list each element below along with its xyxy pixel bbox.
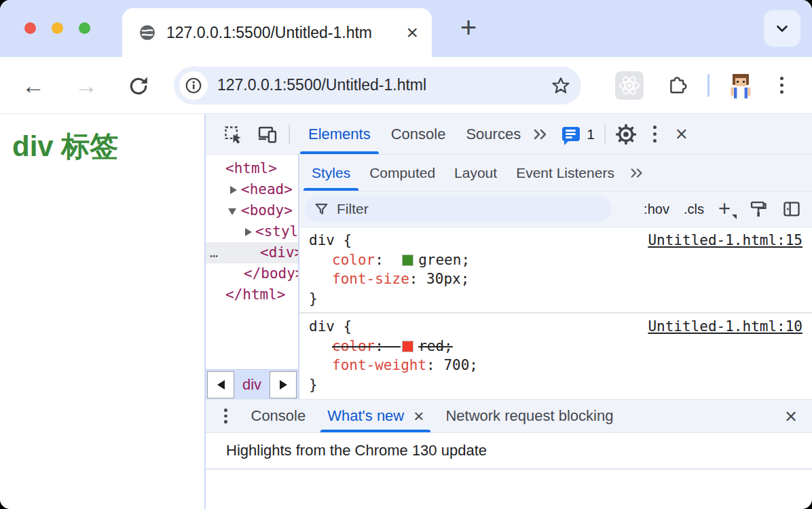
breadcrumb-scroll-right-button[interactable]: [270, 371, 297, 398]
browser-toolbar: ← → 127.0.0.1:5500/Untitled-1.html: [0, 57, 812, 114]
triangle-left-icon: [217, 380, 225, 390]
color-swatch[interactable]: [402, 254, 413, 266]
dom-node-html[interactable]: <html>: [206, 158, 298, 179]
elements-panel: <html> <head> <body> <style> …<div> </bo…: [206, 155, 812, 399]
dom-tree: <html> <head> <body> <style> …<div> </bo…: [206, 155, 298, 369]
source-link[interactable]: Untitled-1.html:10: [648, 317, 802, 337]
dom-node-div-selected[interactable]: …<div>: [206, 242, 298, 263]
more-tabs-icon[interactable]: [628, 166, 647, 181]
dom-node-html-close[interactable]: </html>: [206, 284, 298, 305]
css-declaration[interactable]: font-size: 30px;: [299, 269, 812, 289]
triangle-right-icon: [280, 380, 287, 390]
drawer-close-icon[interactable]: ×: [779, 406, 802, 427]
tab-styles[interactable]: Styles: [302, 155, 360, 191]
drawer-menu-kebab-icon[interactable]: [221, 405, 231, 427]
breadcrumb-bar: div: [206, 369, 298, 399]
source-link[interactable]: Untitled-1.html:15: [648, 231, 802, 250]
tab-elements[interactable]: Elements: [298, 114, 381, 154]
extensions-puzzle-icon[interactable]: [665, 75, 687, 96]
tab-event-listeners[interactable]: Event Listeners: [506, 155, 624, 191]
dock-sidebar-toggle-icon[interactable]: [782, 200, 801, 219]
collapse-arrow-icon[interactable]: [228, 208, 236, 215]
tab-sources[interactable]: Sources: [456, 114, 531, 154]
more-tabs-icon[interactable]: [531, 126, 551, 143]
close-window-button[interactable]: [24, 22, 36, 34]
devtools-close-icon[interactable]: ×: [670, 124, 693, 145]
page-div-text: div 标签: [12, 128, 204, 166]
css-selector[interactable]: div: [309, 232, 335, 248]
maximize-window-button[interactable]: [79, 22, 90, 34]
filter-funnel-icon: [314, 202, 329, 216]
filter-field[interactable]: [305, 196, 612, 222]
dom-node-body[interactable]: <body>: [206, 200, 298, 221]
chevron-down-icon: [774, 20, 790, 37]
close-tab-icon[interactable]: ×: [413, 406, 424, 427]
settings-gear-icon[interactable]: [615, 124, 637, 145]
tab-console[interactable]: Console: [381, 114, 456, 154]
styles-filter-row: :hov .cls +: [299, 191, 812, 227]
tab-computed[interactable]: Computed: [360, 155, 445, 191]
dom-tree-pane: <html> <head> <body> <style> …<div> </bo…: [206, 155, 299, 399]
filter-input[interactable]: [337, 201, 561, 217]
css-declaration[interactable]: font-weight: 700;: [299, 356, 812, 375]
browser-window: 127.0.0.1:5500/Untitled-1.htm × + ← → 12…: [0, 0, 812, 509]
dom-node-style[interactable]: <style>: [206, 221, 298, 242]
css-rule[interactable]: div { Untitled-1.html:15 color: green; f…: [299, 227, 812, 312]
dom-node-head[interactable]: <head>: [206, 179, 298, 200]
new-style-rule-button[interactable]: +: [718, 200, 735, 218]
dom-node-body-close[interactable]: </body>: [206, 263, 298, 284]
rendering-brush-icon[interactable]: [749, 200, 768, 219]
whats-new-heading[interactable]: Highlights from the Chrome 130 update: [226, 442, 487, 459]
toolbar-separator: [707, 74, 709, 97]
tab-title: 127.0.0.1:5500/Untitled-1.htm: [166, 22, 402, 43]
class-toggle[interactable]: .cls: [684, 202, 704, 217]
inspect-element-icon[interactable]: [223, 125, 242, 144]
whats-new-heading-row: Highlights from the Chrome 130 update: [206, 433, 812, 470]
css-rule[interactable]: div { Untitled-1.html:10 color: red; fon…: [299, 312, 812, 398]
color-swatch[interactable]: [402, 341, 413, 352]
css-declaration-overridden[interactable]: color: red;: [299, 337, 812, 356]
css-selector[interactable]: div: [309, 318, 335, 335]
breadcrumb-item-div[interactable]: div: [242, 376, 261, 394]
forward-button[interactable]: →: [75, 74, 98, 97]
reload-button[interactable]: [128, 75, 149, 96]
issues-bubble-icon: [562, 127, 580, 141]
tab-layout[interactable]: Layout: [445, 155, 506, 191]
new-tab-button[interactable]: +: [454, 12, 483, 45]
css-declaration[interactable]: color: green;: [299, 250, 812, 270]
tab-strip: 127.0.0.1:5500/Untitled-1.htm × +: [0, 0, 812, 57]
browser-tab[interactable]: 127.0.0.1:5500/Untitled-1.htm ×: [122, 8, 432, 57]
pseudo-state-toggle[interactable]: :hov: [644, 202, 669, 217]
bookmark-star-icon[interactable]: [551, 76, 570, 95]
node-menu-dots-icon[interactable]: …: [210, 242, 219, 263]
css-rules-list: div { Untitled-1.html:15 color: green; f…: [299, 227, 812, 399]
drawer-tab-whats-new[interactable]: What's new ×: [316, 400, 435, 432]
tab-search-button[interactable]: [764, 10, 800, 47]
styles-sidebar: Styles Computed Layout Event Listeners: [299, 155, 812, 399]
browser-menu-kebab-icon[interactable]: [776, 73, 788, 98]
drawer-tab-network-request-blocking[interactable]: Network request blocking: [435, 400, 624, 432]
back-button[interactable]: ←: [22, 74, 45, 97]
breadcrumb-scroll-left-button[interactable]: [207, 371, 234, 398]
device-toolbar-icon[interactable]: [257, 124, 278, 145]
site-info-button[interactable]: [179, 71, 208, 100]
issues-counter[interactable]: 1: [562, 126, 595, 143]
devtools-menu-kebab-icon[interactable]: [649, 121, 661, 147]
tab-close-icon[interactable]: ×: [402, 22, 422, 43]
expand-arrow-icon[interactable]: [230, 186, 237, 194]
info-icon: [185, 77, 202, 94]
rendered-page: div 标签: [0, 114, 206, 509]
whats-new-panel: Highlights from the Chrome 130 update: [206, 433, 812, 509]
url-text[interactable]: 127.0.0.1:5500/Untitled-1.html: [217, 76, 426, 94]
profile-avatar[interactable]: [727, 71, 754, 100]
minimize-window-button[interactable]: [52, 22, 63, 34]
site-favicon-globe-icon: [139, 24, 156, 41]
expand-arrow-icon[interactable]: [245, 228, 252, 236]
topbar-separator: [604, 124, 606, 145]
address-bar[interactable]: 127.0.0.1:5500/Untitled-1.html: [174, 67, 581, 105]
content-area: div 标签 Elements Console Sources: [0, 114, 812, 509]
styles-tab-bar: Styles Computed Layout Event Listeners: [299, 155, 812, 191]
react-devtools-extension-icon[interactable]: [615, 71, 644, 100]
drawer-tab-console[interactable]: Console: [240, 400, 317, 432]
devtools-drawer: Console What's new × Network request blo…: [206, 399, 812, 509]
